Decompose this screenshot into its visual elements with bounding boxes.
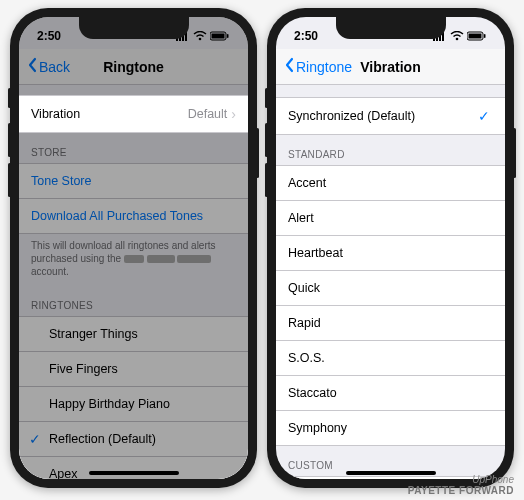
vibration-option-row[interactable]: Quick — [276, 271, 505, 306]
phone-right: 2:50 Ringtone Vibration Synchronized (De… — [267, 8, 514, 488]
download-all-label: Download All Purchased Tones — [31, 209, 203, 223]
download-all-row[interactable]: Download All Purchased Tones — [19, 199, 248, 234]
store-header: STORE — [19, 133, 248, 163]
chevron-left-icon — [284, 57, 294, 76]
battery-icon — [467, 31, 487, 41]
tone-store-row[interactable]: Tone Store — [19, 163, 248, 199]
chevron-right-icon: › — [231, 106, 236, 122]
volume-down-button — [265, 163, 268, 197]
watermark-line2: PAYETTE FORWARD — [408, 485, 514, 496]
ringtone-row[interactable]: Happy Birthday Piano — [19, 387, 248, 422]
content-right: Synchronized (Default) ✓ STANDARD Accent… — [276, 85, 505, 479]
ringtone-label: Apex — [49, 467, 78, 479]
vibration-option-row[interactable]: Rapid — [276, 306, 505, 341]
wifi-icon — [450, 31, 464, 41]
back-label: Back — [39, 59, 70, 75]
notch — [336, 17, 446, 39]
mute-switch — [8, 88, 11, 108]
redacted-text — [177, 255, 211, 263]
ringtone-label: Reflection (Default) — [49, 432, 156, 446]
vibration-option-label: Symphony — [288, 421, 347, 435]
power-button — [256, 128, 259, 178]
content-left: Vibration Default › STORE Tone Store Dow… — [19, 85, 248, 479]
ringtone-label: Five Fingers — [49, 362, 118, 376]
synchronized-row[interactable]: Synchronized (Default) ✓ — [276, 97, 505, 135]
vibration-option-label: Staccato — [288, 386, 337, 400]
back-label: Ringtone — [296, 59, 352, 75]
svg-rect-7 — [227, 34, 229, 38]
volume-up-button — [8, 123, 11, 157]
redacted-text — [147, 255, 175, 263]
volume-down-button — [8, 163, 11, 197]
vibration-value: Default — [188, 107, 228, 121]
ringtone-row[interactable]: Stranger Things — [19, 316, 248, 352]
nav-bar: Ringtone Vibration — [276, 49, 505, 85]
vibration-option-label: Rapid — [288, 316, 321, 330]
volume-up-button — [265, 123, 268, 157]
synchronized-label: Synchronized (Default) — [288, 109, 415, 123]
standard-list: AccentAlertHeartbeatQuickRapidS.O.S.Stac… — [276, 165, 505, 446]
checkmark-icon: ✓ — [475, 108, 493, 124]
svg-rect-6 — [212, 34, 225, 39]
svg-point-12 — [456, 38, 459, 41]
vibration-label: Vibration — [31, 107, 80, 121]
screen-right: 2:50 Ringtone Vibration Synchronized (De… — [276, 17, 505, 479]
vibration-option-label: Alert — [288, 211, 314, 225]
download-footer: This will download all ringtones and ale… — [19, 234, 248, 286]
vibration-option-label: Heartbeat — [288, 246, 343, 260]
svg-point-4 — [199, 38, 202, 41]
vibration-option-row[interactable]: Symphony — [276, 411, 505, 446]
ringtone-row[interactable]: ✓Reflection (Default) — [19, 422, 248, 457]
vibration-option-row[interactable]: Staccato — [276, 376, 505, 411]
vibration-option-label: Quick — [288, 281, 320, 295]
wifi-icon — [193, 31, 207, 41]
ringtone-label: Stranger Things — [49, 327, 138, 341]
checkmark-icon: ✓ — [26, 431, 44, 447]
screen-left: 2:50 Back Ringtone Vibration Default › — [19, 17, 248, 479]
back-button[interactable]: Ringtone — [284, 57, 352, 76]
vibration-option-label: S.O.S. — [288, 351, 325, 365]
vibration-row[interactable]: Vibration Default › — [19, 95, 248, 133]
tone-store-label: Tone Store — [31, 174, 91, 188]
svg-rect-14 — [469, 34, 482, 39]
status-time: 2:50 — [294, 29, 318, 43]
power-button — [513, 128, 516, 178]
ringtone-row[interactable]: Apex — [19, 457, 248, 479]
phone-left: 2:50 Back Ringtone Vibration Default › — [10, 8, 257, 488]
status-time: 2:50 — [37, 29, 61, 43]
notch — [79, 17, 189, 39]
watermark: UpPhone PAYETTE FORWARD — [408, 474, 514, 496]
home-indicator[interactable] — [89, 471, 179, 475]
ringtone-row[interactable]: Five Fingers — [19, 352, 248, 387]
vibration-option-row[interactable]: Alert — [276, 201, 505, 236]
mute-switch — [265, 88, 268, 108]
nav-bar: Back Ringtone — [19, 49, 248, 85]
chevron-left-icon — [27, 57, 37, 76]
vibration-option-label: Accent — [288, 176, 326, 190]
vibration-option-row[interactable]: S.O.S. — [276, 341, 505, 376]
standard-header: STANDARD — [276, 135, 505, 165]
watermark-line1: UpPhone — [408, 474, 514, 485]
vibration-option-row[interactable]: Accent — [276, 165, 505, 201]
battery-icon — [210, 31, 230, 41]
vibration-option-row[interactable]: Heartbeat — [276, 236, 505, 271]
ringtones-header: RINGTONES — [19, 286, 248, 316]
ringtone-label: Happy Birthday Piano — [49, 397, 170, 411]
back-button[interactable]: Back — [27, 57, 70, 76]
redacted-text — [124, 255, 144, 263]
ringtones-list: Stranger ThingsFive FingersHappy Birthda… — [19, 316, 248, 479]
svg-rect-15 — [484, 34, 486, 38]
